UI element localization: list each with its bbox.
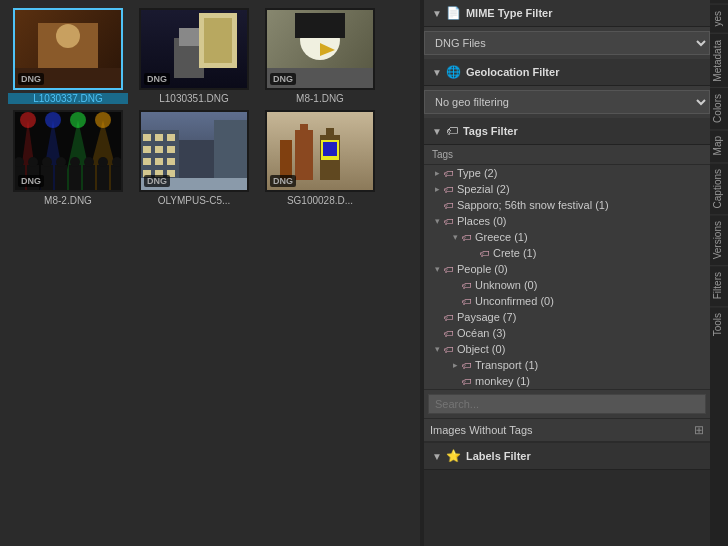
tree-item-label: Paysage (7): [457, 311, 516, 323]
tree-tag-icon: 🏷: [444, 168, 454, 179]
thumbnail-item-2[interactable]: DNGL1030351.DNG: [134, 8, 254, 104]
labels-filter-title: Labels Filter: [466, 450, 531, 462]
thumbnail-image-wrap: DNG: [139, 110, 249, 192]
images-without-tags-label: Images Without Tags: [430, 424, 533, 436]
side-tab-map[interactable]: Map: [710, 129, 728, 161]
right-panel: ▼ 📄 MIME Type Filter DNG Files JPEG File…: [424, 0, 728, 546]
tree-item-label: Unconfirmed (0): [475, 295, 554, 307]
tree-item[interactable]: ▾🏷Places (0): [424, 213, 710, 229]
tree-item[interactable]: ▸🏷Transport (1): [424, 357, 710, 373]
side-tab-captions[interactable]: Captions: [710, 162, 728, 214]
tree-item[interactable]: ▾🏷People (0): [424, 261, 710, 277]
side-tab-metadata[interactable]: Metadata: [710, 33, 728, 88]
side-tab-yes[interactable]: yes: [710, 4, 728, 33]
thumbnail-image-wrap: DNG: [265, 8, 375, 90]
tree-tag-icon: 🏷: [462, 376, 472, 387]
mime-icon: 📄: [446, 6, 461, 20]
thumbnail-badge: DNG: [270, 175, 296, 187]
tags-search-input[interactable]: [428, 394, 706, 414]
side-tab-colors[interactable]: Colors: [710, 87, 728, 129]
thumbnail-label: L1030351.DNG: [139, 93, 249, 104]
side-tab-tools[interactable]: Tools: [710, 306, 728, 342]
tree-tag-icon: 🏷: [444, 344, 454, 355]
tree-item-label: Spezial (2): [457, 183, 510, 195]
geo-icon: 🌐: [446, 65, 461, 79]
thumbnail-badge: DNG: [18, 73, 44, 85]
tree-item[interactable]: ▾🏷Greece (1): [424, 229, 710, 245]
thumbnail-image-wrap: DNG: [13, 110, 123, 192]
tree-item[interactable]: ▸🏷Type (2): [424, 165, 710, 181]
tree-item[interactable]: ▸🏷Spezial (2): [424, 181, 710, 197]
side-tabs: yesMetadataColorsMapCaptionsVersionsFilt…: [710, 0, 728, 546]
tree-tag-icon: 🏷: [462, 360, 472, 371]
thumbnail-label: SG100028.D...: [265, 195, 375, 206]
tree-arrow-icon: ▾: [430, 264, 444, 274]
tags-footer-icon[interactable]: ⊞: [694, 423, 704, 437]
thumbnail-badge: DNG: [18, 175, 44, 187]
tree-item-label: monkey (1): [475, 375, 530, 387]
mime-filter-header[interactable]: ▼ 📄 MIME Type Filter: [424, 0, 710, 27]
tree-item[interactable]: 🏷Sapporo; 56th snow festival (1): [424, 197, 710, 213]
thumbnail-badge: DNG: [270, 73, 296, 85]
side-tab-versions[interactable]: Versions: [710, 214, 728, 265]
tree-item-label: Object (0): [457, 343, 505, 355]
tree-tag-icon: 🏷: [444, 312, 454, 323]
tree-arrow-icon: ▸: [430, 184, 444, 194]
geo-select-wrap: No geo filtering Has GPS data No GPS dat…: [424, 86, 710, 118]
thumbnail-item-1[interactable]: DNGL1030337.DNG: [8, 8, 128, 104]
tree-tag-icon: 🏷: [444, 328, 454, 339]
tree-tag-icon: 🏷: [444, 216, 454, 227]
tree-item[interactable]: 🏷monkey (1): [424, 373, 710, 389]
tree-item[interactable]: 🏷Océan (3): [424, 325, 710, 341]
labels-icon: ⭐: [446, 449, 461, 463]
thumbnail-item-4[interactable]: DNGM8-2.DNG: [8, 110, 128, 206]
tags-icon: 🏷: [446, 124, 458, 138]
geo-filter-title: Geolocation Filter: [466, 66, 560, 78]
thumbnail-item-5[interactable]: DNGOLYMPUS-C5...: [134, 110, 254, 206]
thumbnail-badge: DNG: [144, 73, 170, 85]
mime-select-wrap: DNG Files JPEG Files All Files: [424, 27, 710, 59]
mime-filter-select[interactable]: DNG Files JPEG Files All Files: [424, 31, 710, 55]
tree-tag-icon: 🏷: [462, 280, 472, 291]
tree-item-label: Type (2): [457, 167, 497, 179]
tree-item-label: Places (0): [457, 215, 507, 227]
thumbnail-panel: DNGL1030337.DNGDNGL1030351.DNGDNGM8-1.DN…: [0, 0, 420, 546]
tree-item-label: Unknown (0): [475, 279, 537, 291]
tags-tree: ▸🏷Type (2)▸🏷Spezial (2)🏷Sapporo; 56th sn…: [424, 165, 710, 389]
tree-item[interactable]: 🏷Paysage (7): [424, 309, 710, 325]
tree-arrow-icon: ▾: [430, 216, 444, 226]
thumbnail-label: OLYMPUS-C5...: [139, 195, 249, 206]
tree-item[interactable]: 🏷Crete (1): [424, 245, 710, 261]
tree-tag-icon: 🏷: [462, 296, 472, 307]
tags-section: Tags ▸🏷Type (2)▸🏷Spezial (2)🏷Sapporo; 56…: [424, 145, 710, 441]
geo-filter-header[interactable]: ▼ 🌐 Geolocation Filter: [424, 59, 710, 86]
tree-item-label: Crete (1): [493, 247, 536, 259]
tree-item[interactable]: 🏷Unconfirmed (0): [424, 293, 710, 309]
tree-item-label: Greece (1): [475, 231, 528, 243]
thumbnail-image-wrap: DNG: [13, 8, 123, 90]
tags-search-wrap: [424, 389, 710, 418]
mime-filter-title: MIME Type Filter: [466, 7, 553, 19]
tree-item[interactable]: ▾🏷Object (0): [424, 341, 710, 357]
tree-item[interactable]: 🏷Unknown (0): [424, 277, 710, 293]
labels-filter-header[interactable]: ▼ ⭐ Labels Filter: [424, 443, 710, 470]
tags-filter-header[interactable]: ▼ 🏷 Tags Filter: [424, 118, 710, 145]
geo-filter-select[interactable]: No geo filtering Has GPS data No GPS dat…: [424, 90, 710, 114]
tags-footer: Images Without Tags ⊞: [424, 418, 710, 441]
thumbnail-item-6[interactable]: DNGSG100028.D...: [260, 110, 380, 206]
tree-arrow-icon: ▸: [430, 168, 444, 178]
tree-tag-icon: 🏷: [462, 232, 472, 243]
thumbnail-item-3[interactable]: DNGM8-1.DNG: [260, 8, 380, 104]
side-tab-filters[interactable]: Filters: [710, 265, 728, 305]
mime-arrow-icon: ▼: [432, 8, 442, 19]
thumbnail-image-wrap: DNG: [139, 8, 249, 90]
thumbnail-label: M8-2.DNG: [13, 195, 123, 206]
tree-tag-icon: 🏷: [444, 184, 454, 195]
thumbnail-label: M8-1.DNG: [265, 93, 375, 104]
tree-item-label: Océan (3): [457, 327, 506, 339]
thumbnail-label: L1030337.DNG: [8, 93, 128, 104]
tree-arrow-icon: ▾: [430, 344, 444, 354]
thumbnail-badge: DNG: [144, 175, 170, 187]
tree-tag-icon: 🏷: [480, 248, 490, 259]
tree-arrow-icon: ▾: [448, 232, 462, 242]
